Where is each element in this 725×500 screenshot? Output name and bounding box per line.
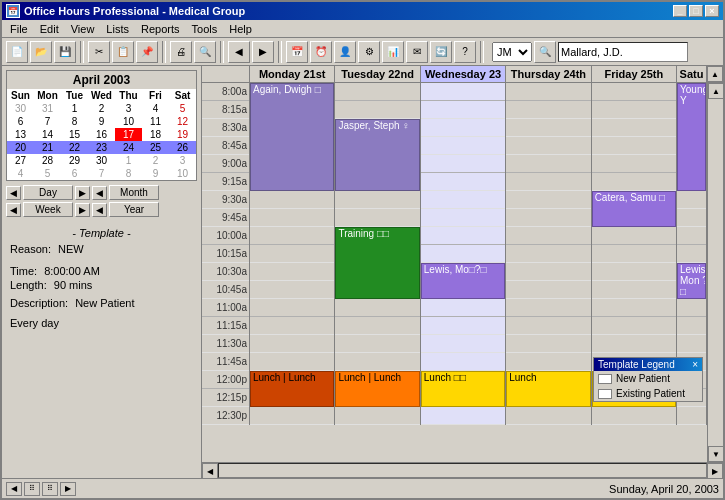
time-cell[interactable] [421,173,505,191]
time-cell[interactable] [592,407,676,425]
time-cell[interactable] [421,227,505,245]
month-btn[interactable]: Month [109,185,159,200]
cal-day[interactable]: 9 [88,115,115,128]
time-cell[interactable] [677,299,706,317]
time-cell[interactable] [335,407,419,425]
cal-day[interactable]: 15 [61,128,88,141]
cal-day[interactable]: 7 [88,167,115,180]
day-next-btn[interactable]: ▶ [75,186,90,200]
appointment[interactable]: Lunch □□ [421,371,505,407]
cal-day[interactable]: 25 [142,141,169,154]
menu-help[interactable]: Help [223,22,258,36]
scroll-arrow-up[interactable]: ▲ [707,66,723,82]
cal-day[interactable]: 12 [169,115,196,128]
tool-settings[interactable]: ⚙ [358,41,380,63]
time-cell[interactable] [677,335,706,353]
tool-copy[interactable]: 📋 [112,41,134,63]
scroll-down-btn[interactable]: ▼ [708,446,723,462]
cal-day[interactable]: 7 [34,115,61,128]
cal-day[interactable]: 23 [88,141,115,154]
cal-day[interactable]: 29 [61,154,88,167]
time-cell[interactable] [250,353,334,371]
time-cell[interactable] [335,353,419,371]
time-cell[interactable] [250,317,334,335]
status-icon-4[interactable]: ▶ [60,482,76,496]
month-prev-btn[interactable]: ◀ [92,186,107,200]
time-cell[interactable] [592,101,676,119]
scroll-up-btn[interactable]: ▲ [708,83,723,99]
cal-day[interactable]: 5 [34,167,61,180]
time-cell[interactable] [592,317,676,335]
status-icon-1[interactable]: ◀ [6,482,22,496]
time-cell[interactable] [250,245,334,263]
cal-day[interactable]: 31 [34,102,61,115]
cal-day[interactable]: 20 [7,141,34,154]
tool-chart[interactable]: 📊 [382,41,404,63]
time-cell[interactable] [506,173,590,191]
time-cell[interactable] [421,353,505,371]
time-cell[interactable] [335,83,419,101]
menu-edit[interactable]: Edit [34,22,65,36]
provider-name-input[interactable] [558,42,688,62]
time-cell[interactable] [506,299,590,317]
time-cell[interactable] [506,191,590,209]
appointment[interactable]: Catera, Samu □ [592,191,676,227]
cal-day[interactable]: 3 [115,102,142,115]
status-icon-2[interactable]: ⠿ [24,482,40,496]
time-cell[interactable] [421,119,505,137]
tool-calendar[interactable]: 📅 [286,41,308,63]
cal-day[interactable]: 28 [34,154,61,167]
time-cell[interactable] [592,335,676,353]
tool-print[interactable]: 🖨 [170,41,192,63]
time-cell[interactable] [592,119,676,137]
tool-open[interactable]: 📂 [30,41,52,63]
menu-tools[interactable]: Tools [186,22,224,36]
time-cell[interactable] [506,335,590,353]
time-cell[interactable] [592,83,676,101]
close-button[interactable]: × [705,5,719,17]
tool-back[interactable]: ◀ [228,41,250,63]
time-cell[interactable] [592,173,676,191]
cal-day[interactable]: 2 [142,154,169,167]
time-cell[interactable] [506,119,590,137]
tool-letter[interactable]: ✉ [406,41,428,63]
appointment[interactable]: Lewis, Mo□?□ [421,263,505,299]
time-cell[interactable] [421,209,505,227]
time-cell[interactable] [592,263,676,281]
time-cell[interactable] [421,407,505,425]
time-cell[interactable] [250,335,334,353]
minimize-button[interactable]: _ [673,5,687,17]
time-cell[interactable] [335,191,419,209]
appointment[interactable]: Lunch | Lunch [335,371,419,407]
week-next-btn[interactable]: ▶ [75,203,90,217]
tool-paste[interactable]: 📌 [136,41,158,63]
time-cell[interactable] [335,209,419,227]
time-cell[interactable] [250,281,334,299]
time-cell[interactable] [592,299,676,317]
time-cell[interactable] [506,353,590,371]
appointment[interactable]: Lunch | Lunch [250,371,334,407]
time-cell[interactable] [335,335,419,353]
time-cell[interactable] [592,281,676,299]
week-btn[interactable]: Week [23,202,73,217]
cal-day[interactable]: 30 [7,102,34,115]
appointment[interactable]: Training □□ [335,227,419,299]
cal-day[interactable]: 19 [169,128,196,141]
appointment[interactable]: Youngblood, Y [677,83,706,191]
time-cell[interactable] [250,263,334,281]
time-cell[interactable] [335,317,419,335]
week-prev-btn[interactable]: ◀ [6,203,21,217]
cal-day[interactable]: 21 [34,141,61,154]
time-cell[interactable] [421,317,505,335]
time-cell[interactable] [335,101,419,119]
h-scroll-left-btn[interactable]: ◀ [202,463,218,478]
cal-day[interactable]: 26 [169,141,196,154]
cal-day[interactable]: 22 [61,141,88,154]
time-cell[interactable] [421,137,505,155]
time-cell[interactable] [421,83,505,101]
time-cell[interactable] [592,155,676,173]
time-cell[interactable] [250,227,334,245]
tool-refresh[interactable]: 🔄 [430,41,452,63]
status-icon-3[interactable]: ⠿ [42,482,58,496]
time-cell[interactable] [592,227,676,245]
